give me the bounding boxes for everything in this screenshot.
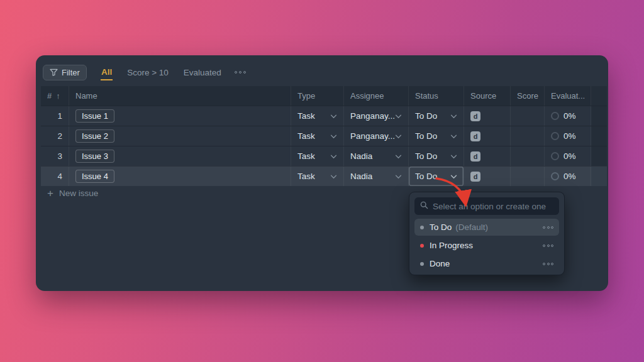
evaluated-cell[interactable]: 0%	[545, 167, 591, 186]
name-cell: Issue 1	[69, 106, 291, 126]
status-select[interactable]: To Do	[409, 106, 464, 126]
chevron-down-icon	[450, 172, 457, 181]
status-dropdown-popup: To Do (Default) In Progress Done	[409, 192, 565, 275]
new-issue-button[interactable]: + New issue	[47, 188, 98, 199]
header-score[interactable]: Score	[511, 86, 545, 106]
option-search-input[interactable]	[433, 202, 553, 211]
chevron-down-icon	[395, 131, 402, 141]
filter-toolbar: Filter All Score > 10 Evaluated	[43, 64, 246, 80]
source-cell[interactable]: d	[464, 106, 511, 126]
issue-name-chip[interactable]: Issue 1	[75, 109, 114, 123]
chevron-down-icon	[330, 172, 337, 181]
funnel-icon	[50, 69, 58, 76]
source-d-badge: d	[470, 131, 480, 141]
header-evaluated[interactable]: Evaluat...	[545, 86, 591, 106]
sort-asc-icon: ↑	[56, 91, 60, 101]
source-d-badge: d	[470, 111, 480, 121]
score-cell[interactable]	[511, 167, 545, 186]
row-gutter	[591, 146, 607, 166]
progress-ring-icon	[551, 132, 559, 140]
chevron-down-icon	[330, 131, 337, 141]
status-select[interactable]: To Do	[409, 126, 464, 146]
chevron-down-icon	[395, 111, 402, 121]
issue-name-chip[interactable]: Issue 4	[75, 170, 114, 183]
status-options-list: To Do (Default) In Progress Done	[414, 219, 559, 272]
type-select[interactable]: Task	[291, 126, 344, 146]
progress-ring-icon	[551, 152, 559, 160]
chevron-down-icon	[450, 151, 457, 161]
default-suffix: (Default)	[455, 222, 488, 232]
name-cell: Issue 2	[69, 126, 291, 146]
name-cell: Issue 4	[69, 167, 291, 186]
table-row-selected: 4 Issue 4 Task Nadia To Do d	[41, 166, 607, 186]
status-option-todo[interactable]: To Do (Default)	[414, 219, 559, 236]
row-number: 2	[41, 126, 69, 146]
header-number[interactable]: # ↑	[41, 86, 69, 106]
row-number: 3	[41, 146, 69, 166]
source-cell[interactable]: d	[464, 146, 511, 166]
header-name[interactable]: Name	[69, 86, 291, 106]
evaluated-cell[interactable]: 0%	[545, 126, 591, 146]
status-select-focused[interactable]: To Do	[409, 167, 464, 186]
status-dot-icon	[420, 226, 424, 229]
status-option-done[interactable]: Done	[414, 255, 559, 272]
score-cell[interactable]	[511, 146, 545, 166]
status-option-in-progress[interactable]: In Progress	[414, 237, 559, 254]
chevron-down-icon	[330, 111, 337, 121]
evaluated-cell[interactable]: 0%	[545, 146, 591, 166]
table-row: 1 Issue 1 Task Panganay... To Do d	[41, 106, 607, 126]
chevron-down-icon	[330, 151, 337, 161]
source-d-badge: d	[470, 151, 480, 162]
score-cell[interactable]	[511, 126, 545, 146]
new-issue-label: New issue	[59, 189, 98, 198]
header-source[interactable]: Source	[464, 86, 511, 106]
option-search[interactable]	[414, 197, 559, 215]
filter-button[interactable]: Filter	[43, 65, 87, 80]
table-row: 3 Issue 3 Task Nadia To Do d	[41, 146, 607, 166]
header-status[interactable]: Status	[409, 86, 464, 106]
progress-ring-icon	[551, 172, 559, 180]
evaluated-cell[interactable]: 0%	[545, 106, 591, 126]
source-cell[interactable]: d	[464, 167, 511, 186]
chevron-down-icon	[450, 131, 457, 141]
desktop-background: Filter All Score > 10 Evaluated # ↑ Name…	[0, 0, 644, 362]
table-row: 2 Issue 2 Task Panganay... To Do d	[41, 126, 607, 146]
issue-name-chip[interactable]: Issue 3	[75, 150, 114, 163]
source-d-badge: d	[470, 172, 480, 182]
status-dot-icon	[420, 244, 424, 248]
score-cell[interactable]	[511, 106, 545, 126]
chevron-down-icon	[395, 172, 402, 181]
option-more-icon[interactable]	[543, 244, 553, 247]
tab-evaluated[interactable]: Evaluated	[183, 65, 222, 80]
assignee-select[interactable]: Nadia	[344, 146, 409, 166]
name-cell: Issue 3	[69, 146, 291, 166]
chevron-down-icon	[450, 111, 457, 121]
status-select[interactable]: To Do	[409, 146, 464, 166]
search-icon	[420, 200, 428, 212]
type-select[interactable]: Task	[291, 146, 344, 166]
type-select[interactable]: Task	[291, 167, 344, 186]
progress-ring-icon	[551, 112, 559, 120]
row-number: 4	[41, 167, 69, 186]
row-gutter	[591, 167, 607, 186]
type-select[interactable]: Task	[291, 106, 344, 126]
issue-name-chip[interactable]: Issue 2	[75, 129, 114, 143]
source-cell[interactable]: d	[464, 126, 511, 146]
assignee-select[interactable]: Nadia	[344, 167, 409, 186]
table-header-row: # ↑ Name Type Assignee Status Source Sco…	[41, 86, 607, 106]
tab-score-filter[interactable]: Score > 10	[126, 65, 169, 80]
tab-all[interactable]: All	[101, 65, 113, 80]
assignee-select[interactable]: Panganay...	[344, 126, 409, 146]
assignee-select[interactable]: Panganay...	[344, 106, 409, 126]
row-number: 1	[41, 106, 69, 126]
toolbar-more-icon[interactable]	[235, 71, 246, 74]
header-gutter	[591, 86, 607, 106]
header-type[interactable]: Type	[291, 86, 344, 106]
option-more-icon[interactable]	[543, 263, 553, 265]
option-more-icon[interactable]	[543, 226, 553, 229]
plus-icon: +	[47, 188, 53, 199]
header-assignee[interactable]: Assignee	[344, 86, 409, 106]
row-gutter	[591, 106, 607, 126]
filter-button-label: Filter	[62, 68, 80, 77]
chevron-down-icon	[395, 151, 402, 161]
